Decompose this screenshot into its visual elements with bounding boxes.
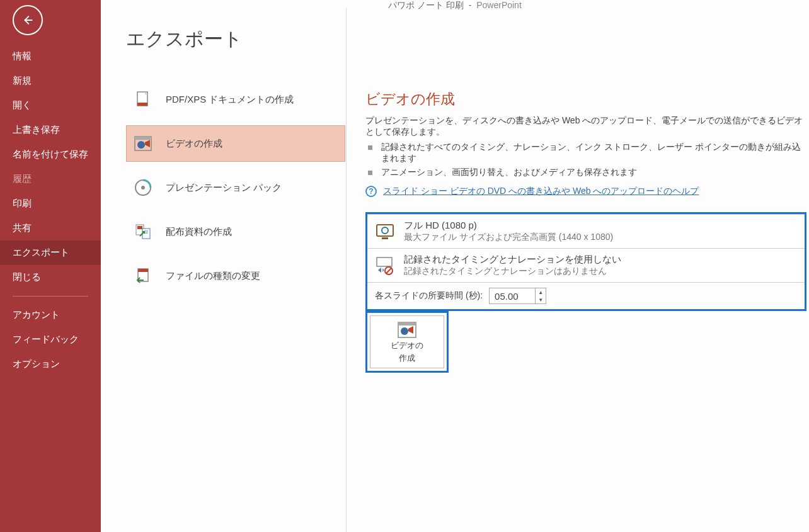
help-icon: ? xyxy=(365,186,377,197)
nav-separator xyxy=(13,296,88,297)
svg-rect-21 xyxy=(398,322,416,325)
narration-title: 記録されたタイミングとナレーションを使用しない xyxy=(404,254,621,266)
export-option[interactable]: ファイルの種類の変更 xyxy=(126,258,345,294)
nav-item[interactable]: 新規 xyxy=(0,69,101,93)
svg-rect-16 xyxy=(382,237,388,239)
nav-item[interactable]: 上書き保存 xyxy=(0,118,101,142)
bullet-icon xyxy=(368,145,372,150)
nav-item[interactable]: 開く xyxy=(0,93,101,118)
nav-item[interactable]: 名前を付けて保存 xyxy=(0,142,101,167)
narration-subtitle: 記録されたタイミングとナレーションはありません xyxy=(404,266,621,277)
create-video-highlight: ビデオの 作成 xyxy=(365,311,449,373)
arrow-left-icon xyxy=(21,13,35,27)
nav-item[interactable]: 閉じる xyxy=(0,265,101,290)
detail-description: プレゼンテーションを、ディスクへの書き込みや Web へのアップロード、電子メー… xyxy=(365,115,809,138)
narration-dropdown[interactable]: 記録されたタイミングとナレーションを使用しない 記録されたタイミングとナレーショ… xyxy=(367,249,805,283)
quality-dropdown[interactable]: フル HD (1080 p) 最大ファイル サイズおよび完全高画質 (1440 … xyxy=(367,214,805,249)
detail-title: ビデオの作成 xyxy=(365,89,809,109)
export-option[interactable]: プレゼンテーション パック xyxy=(126,169,345,206)
narration-icon xyxy=(375,256,395,276)
nav-item[interactable]: 共有 xyxy=(0,216,101,241)
nav-item[interactable]: 印刷 xyxy=(0,191,101,216)
export-option-label: PDF/XPS ドキュメントの作成 xyxy=(166,94,294,106)
svg-line-19 xyxy=(386,268,391,273)
quality-subtitle: 最大ファイル サイズおよび完全高画質 (1440 x 1080) xyxy=(404,232,613,243)
video-settings-highlight: フル HD (1080 p) 最大ファイル サイズおよび完全高画質 (1440 … xyxy=(365,212,806,311)
export-option-label: ファイルの種類の変更 xyxy=(166,270,260,282)
backstage-sidebar: 情報新規開く上書き保存名前を付けて保存履歴印刷共有エクスポート閉じる アカウント… xyxy=(0,0,101,532)
svg-rect-8 xyxy=(137,226,142,229)
spin-up-button[interactable]: ▲ xyxy=(536,288,546,296)
export-option[interactable]: ビデオの作成 xyxy=(126,125,345,162)
detail-bullet: 記録されたすべてのタイミング、ナレーション、インク ストローク、レーザー ポイン… xyxy=(368,142,809,164)
filetype-icon xyxy=(133,266,153,286)
create-video-label-2: 作成 xyxy=(399,353,415,364)
video-icon xyxy=(133,133,153,154)
handout-icon xyxy=(133,222,153,242)
spin-down-button[interactable]: ▼ xyxy=(536,296,546,303)
timing-spinner[interactable]: ▲ ▼ xyxy=(489,288,546,304)
nav-item[interactable]: エクスポート xyxy=(0,241,101,265)
back-button[interactable] xyxy=(13,5,43,35)
nav-item[interactable]: フィードバック xyxy=(0,327,101,352)
timing-label: 各スライドの所要時間 (秒): xyxy=(375,290,483,302)
timing-input[interactable] xyxy=(490,290,535,303)
bullet-icon xyxy=(368,171,372,175)
export-option-label: プレゼンテーション パック xyxy=(166,182,282,194)
svg-rect-9 xyxy=(142,229,150,239)
svg-point-6 xyxy=(141,186,145,190)
export-option[interactable]: PDF/XPS ドキュメントの作成 xyxy=(126,81,345,118)
export-option[interactable]: 配布資料の作成 xyxy=(126,213,345,250)
export-option-label: ビデオの作成 xyxy=(166,138,222,150)
svg-rect-14 xyxy=(377,225,393,236)
video-file-icon xyxy=(396,321,418,339)
timing-row: 各スライドの所要時間 (秒): ▲ ▼ xyxy=(367,283,805,309)
svg-rect-17 xyxy=(377,258,392,266)
nav-item[interactable]: アカウント xyxy=(0,303,101,327)
cd-icon xyxy=(133,178,153,198)
nav-item: 履歴 xyxy=(0,167,101,191)
help-link[interactable]: スライド ショー ビデオの DVD への書き込みや Web へのアップロードのヘ… xyxy=(383,186,699,197)
svg-point-15 xyxy=(382,227,388,234)
quality-title: フル HD (1080 p) xyxy=(404,220,613,232)
svg-point-22 xyxy=(401,327,408,335)
pdf-icon xyxy=(133,89,153,110)
create-video-label-1: ビデオの xyxy=(391,340,423,351)
page-title: エクスポート xyxy=(126,26,346,52)
svg-rect-1 xyxy=(137,103,147,106)
detail-bullet: アニメーション、画面切り替え、およびメディアも保存されます xyxy=(368,167,809,178)
svg-rect-3 xyxy=(135,137,151,140)
export-options-column: エクスポート PDF/XPS ドキュメントの作成ビデオの作成プレゼンテーション … xyxy=(101,8,347,532)
svg-point-4 xyxy=(137,141,145,149)
detail-panel: ビデオの作成 プレゼンテーションを、ディスクへの書き込みや Web へのアップロ… xyxy=(347,8,809,532)
title-bar: パワポ ノート 印刷 - PowerPoint xyxy=(101,0,809,6)
nav-item[interactable]: 情報 xyxy=(0,44,101,69)
monitor-icon xyxy=(375,222,395,242)
nav-item[interactable]: オプション xyxy=(0,352,101,376)
create-video-button[interactable]: ビデオの 作成 xyxy=(370,315,444,368)
export-option-label: 配布資料の作成 xyxy=(166,226,232,238)
svg-rect-13 xyxy=(138,269,148,272)
